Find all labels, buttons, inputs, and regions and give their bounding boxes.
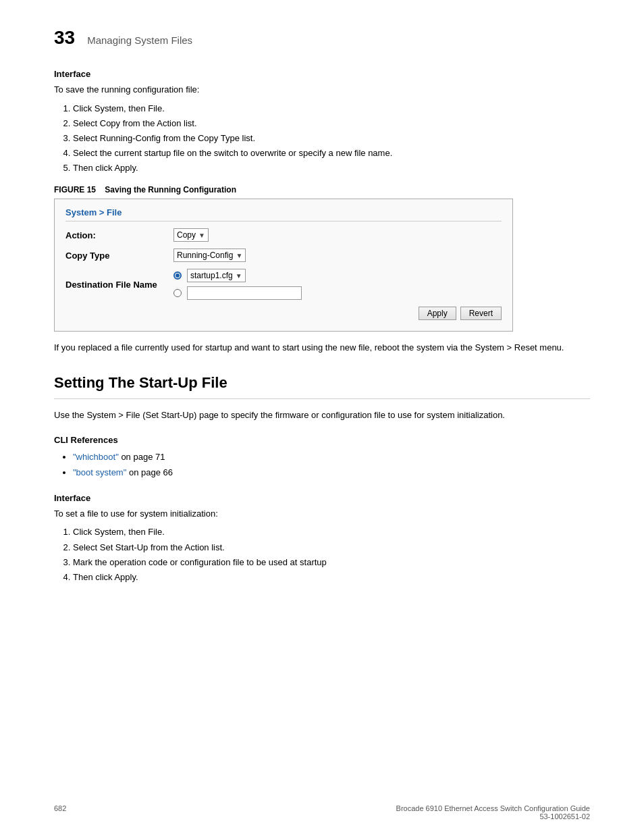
chapter-title: Managing System Files: [87, 34, 192, 46]
cli-link-1: "whichboot" on page 71: [73, 449, 590, 465]
steps-list-2: Click System, then File. Select Set Star…: [73, 525, 590, 584]
dest-radio-row-2: [173, 286, 302, 300]
action-select[interactable]: Copy ▼: [173, 228, 209, 242]
cli-link-2-suffix: on page 66: [126, 467, 173, 477]
copy-type-chevron-icon: ▼: [236, 252, 242, 259]
figure-caption: FIGURE 15 Saving the Running Configurati…: [54, 185, 590, 194]
page-number: 682: [54, 804, 66, 820]
cli-link-1-suffix: on page 71: [119, 452, 165, 462]
copy-type-value: Running-Config: [177, 251, 233, 260]
copy-type-label: Copy Type: [65, 251, 173, 261]
intro-text-1: To save the running configuration file:: [54, 83, 590, 97]
copy-type-select[interactable]: Running-Config ▼: [173, 249, 246, 262]
section-divider: [54, 398, 590, 399]
dest-text-input[interactable]: [187, 286, 302, 300]
action-select-value: Copy: [177, 230, 196, 240]
dest-file-label: Destination File Name: [65, 280, 173, 290]
page-header: 33 Managing System Files: [54, 27, 590, 49]
dest-select-1-chevron-icon: ▼: [236, 272, 242, 280]
footer-right-text: Brocade 6910 Ethernet Access Switch Conf…: [396, 804, 590, 812]
page-container: 33 Managing System Files Interface To sa…: [0, 0, 644, 631]
section2-description: Use the System > File (Set Start-Up) pag…: [54, 409, 590, 423]
dest-radio-1-icon[interactable]: [173, 271, 182, 280]
action-control: Copy ▼: [173, 228, 209, 242]
dest-file-radio-group: startup1.cfg ▼: [173, 269, 302, 300]
action-label: Action:: [65, 230, 173, 240]
copy-type-row: Copy Type Running-Config ▼: [65, 249, 502, 262]
footer-right: Brocade 6910 Ethernet Access Switch Conf…: [396, 804, 590, 820]
dest-file-row: Destination File Name startup1.cfg ▼: [65, 269, 502, 300]
step-1-1: Click System, then File.: [73, 101, 590, 116]
post-figure-text: If you replaced a file currently used fo…: [54, 341, 590, 355]
copy-type-control: Running-Config ▼: [173, 249, 246, 262]
ui-mockup-figure15: System > File Action: Copy ▼ Copy Type R…: [54, 199, 513, 332]
interface-label-1: Interface: [54, 69, 590, 79]
dest-select-1-value: startup1.cfg: [190, 271, 233, 280]
action-row: Action: Copy ▼: [65, 228, 502, 242]
section2-heading: Setting The Start-Up File: [54, 374, 590, 392]
cli-link-2: "boot system" on page 66: [73, 465, 590, 480]
figure-label: FIGURE 15: [54, 185, 96, 194]
chapter-number: 33: [54, 27, 75, 49]
footer-right-sub: 53-1002651-02: [396, 812, 590, 820]
revert-button[interactable]: Revert: [460, 307, 502, 320]
step-1-4: Select the current startup file on the s…: [73, 146, 590, 161]
cli-link-2-anchor[interactable]: "boot system": [73, 467, 126, 477]
interface-label-2: Interface: [54, 493, 590, 503]
step-2-2: Select Set Start-Up from the Action list…: [73, 540, 590, 555]
dest-file-control: startup1.cfg ▼: [173, 269, 302, 300]
action-chevron-icon: ▼: [198, 232, 205, 239]
cli-links-list: "whichboot" on page 71 "boot system" on …: [73, 449, 590, 481]
dest-select-1[interactable]: startup1.cfg ▼: [187, 269, 246, 282]
dest-radio-row-1: startup1.cfg ▼: [173, 269, 302, 282]
step-2-1: Click System, then File.: [73, 525, 590, 540]
step-2-4: Then click Apply.: [73, 570, 590, 585]
cli-link-1-anchor[interactable]: "whichboot": [73, 452, 119, 462]
section2-intro-text: To set a file to use for system initiali…: [54, 507, 590, 521]
steps-list-1: Click System, then File. Select Copy fro…: [73, 101, 590, 176]
step-1-5: Then click Apply.: [73, 161, 590, 176]
page-footer: 682 Brocade 6910 Ethernet Access Switch …: [54, 804, 590, 820]
step-2-3: Mark the operation code or configuration…: [73, 555, 590, 570]
step-1-3: Select Running-Config from the Copy Type…: [73, 131, 590, 146]
figure-caption-text: Saving the Running Configuration: [105, 185, 236, 194]
ui-mockup-title: System > File: [65, 207, 502, 221]
cli-references-label: CLI References: [54, 435, 590, 445]
apply-button[interactable]: Apply: [419, 307, 456, 320]
btn-row: Apply Revert: [65, 307, 502, 320]
dest-radio-2-icon[interactable]: [173, 289, 182, 297]
step-1-2: Select Copy from the Action list.: [73, 116, 590, 131]
